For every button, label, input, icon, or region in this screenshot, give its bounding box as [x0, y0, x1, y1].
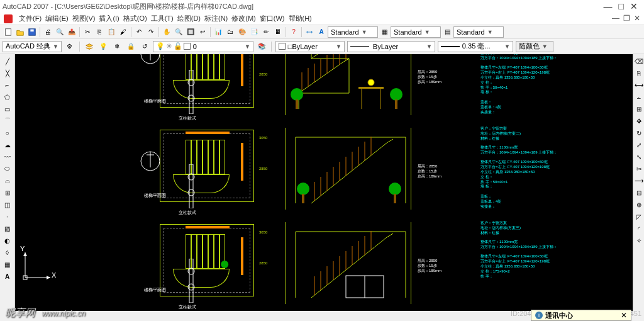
- menu-draw[interactable]: 绘图(D): [177, 14, 201, 23]
- point-tool[interactable]: ·: [0, 211, 14, 222]
- break-tool[interactable]: ⊟: [633, 187, 644, 198]
- publish-button[interactable]: 📤: [66, 26, 77, 38]
- color-select[interactable]: □ ByLayer ▼: [275, 41, 345, 52]
- polyline-tool[interactable]: ⌐: [0, 79, 14, 91]
- chamfer-tool[interactable]: ◸: [633, 211, 644, 222]
- sheet-set-button[interactable]: 📑: [248, 26, 260, 38]
- workspace-settings-button[interactable]: ⚙: [64, 41, 75, 52]
- doc-close-button[interactable]: ✕: [634, 14, 640, 23]
- text-style-select[interactable]: Standard▼: [391, 26, 441, 38]
- menu-view[interactable]: 视图(V): [72, 14, 96, 23]
- stretch-tool[interactable]: ⤡: [633, 151, 644, 162]
- insert-block-tool[interactable]: ⊞: [0, 187, 14, 198]
- dim-style-icon[interactable]: [304, 26, 315, 38]
- zoom-previous-button[interactable]: ↩: [197, 26, 208, 38]
- match-prop-button[interactable]: 🖌: [118, 26, 129, 38]
- notification-popup[interactable]: i 通讯中心 ✕: [531, 310, 631, 321]
- rectangle-tool[interactable]: ▭: [0, 103, 14, 115]
- line-tool[interactable]: ╱: [0, 55, 14, 67]
- revcloud-tool[interactable]: ☁: [0, 139, 14, 150]
- minimize-button[interactable]: —: [604, 1, 613, 11]
- table-style-select[interactable]: Standard▼: [453, 26, 504, 38]
- close-button[interactable]: ✕: [630, 1, 638, 11]
- offset-tool[interactable]: ⫠: [633, 91, 644, 103]
- svg-point-18: [368, 79, 374, 86]
- menu-dimension[interactable]: 标注(N): [204, 14, 228, 23]
- ellipse-tool[interactable]: ⬭: [0, 163, 14, 174]
- layer-lock-button[interactable]: 🔒: [125, 41, 136, 52]
- array-tool[interactable]: ⊞: [633, 103, 644, 115]
- drawing-canvas[interactable]: 楼梯平面图 立柱款式 3050 2850 层高：2850 步数：15步 步高：1…: [15, 54, 633, 311]
- layer-prev-button[interactable]: ↺: [139, 41, 150, 52]
- tool-palettes-button[interactable]: 🎨: [236, 26, 248, 38]
- zoom-window-button[interactable]: 🔲: [185, 26, 196, 38]
- scale-tool[interactable]: ⤢: [633, 139, 644, 150]
- model-space[interactable]: 楼梯平面图 立柱款式 3050 2850 层高：2850 步数：15步 步高：1…: [15, 54, 633, 311]
- copy-tool[interactable]: ⎘: [633, 67, 644, 79]
- pan-button[interactable]: ✋: [161, 26, 172, 38]
- extend-tool[interactable]: ⟶: [633, 175, 644, 186]
- circle-tool[interactable]: ○: [0, 127, 14, 138]
- move-tool[interactable]: ✥: [633, 115, 644, 127]
- table-style-icon2[interactable]: ▤: [441, 26, 453, 38]
- workspace-select[interactable]: AutoCAD 经典▼: [3, 41, 62, 52]
- dim-style-select[interactable]: Standard▼: [328, 26, 378, 38]
- arc-tool[interactable]: ⌒: [0, 115, 14, 127]
- gradient-tool[interactable]: ◐: [0, 235, 14, 246]
- lineweight-select[interactable]: 0.35 毫... ▼: [438, 41, 513, 52]
- calc-button[interactable]: 🖩: [272, 26, 284, 38]
- menu-help[interactable]: 帮助(H): [289, 14, 312, 23]
- hatch-tool[interactable]: ▨: [0, 223, 14, 234]
- menu-modify[interactable]: 修改(M): [231, 14, 256, 23]
- redo-button[interactable]: ↷: [145, 26, 157, 38]
- print-button[interactable]: 🖨: [42, 26, 53, 38]
- layer-states-button[interactable]: 📚: [256, 41, 267, 52]
- spline-tool[interactable]: 〰: [0, 151, 14, 162]
- markup-button[interactable]: ✏: [260, 26, 272, 38]
- cut-button[interactable]: ✂: [82, 26, 93, 38]
- plot-preview-button[interactable]: 🔍: [54, 26, 65, 38]
- explode-tool[interactable]: ✧: [633, 235, 644, 246]
- linetype-select[interactable]: ByLayer ▼: [347, 41, 435, 52]
- menu-edit[interactable]: 编辑(E): [45, 14, 69, 23]
- erase-tool[interactable]: ⌫: [633, 55, 644, 67]
- zoom-realtime-button[interactable]: 🔍: [173, 26, 184, 38]
- text-style-icon[interactable]: A: [316, 26, 327, 38]
- menu-format[interactable]: 格式(O): [123, 14, 147, 23]
- properties-button[interactable]: 📊: [213, 26, 224, 38]
- menu-file[interactable]: 文件(F): [19, 14, 42, 23]
- join-tool[interactable]: ⊕: [633, 199, 644, 210]
- xline-tool[interactable]: ╳: [0, 67, 14, 79]
- new-button[interactable]: [3, 26, 14, 38]
- paste-button[interactable]: 📋: [106, 26, 117, 38]
- undo-button[interactable]: ↶: [133, 26, 145, 38]
- table-tool[interactable]: ▦: [0, 259, 14, 270]
- mtext-tool[interactable]: A: [0, 271, 14, 282]
- trim-tool[interactable]: ✂: [633, 163, 644, 174]
- rotate-tool[interactable]: ↻: [633, 127, 644, 138]
- polygon-tool[interactable]: ⬠: [0, 91, 14, 103]
- layer-off-button[interactable]: 💡: [97, 41, 109, 52]
- doc-restore-button[interactable]: ❐: [623, 14, 630, 23]
- layer-props-button[interactable]: [84, 41, 95, 52]
- doc-minimize-button[interactable]: —: [612, 14, 619, 23]
- layer-freeze-button[interactable]: ❄: [111, 41, 123, 52]
- table-style-icon[interactable]: ▦: [379, 26, 390, 38]
- fillet-tool[interactable]: ◜: [633, 223, 644, 234]
- region-tool[interactable]: ◊: [0, 247, 14, 258]
- ellipse-arc-tool[interactable]: ⌓: [0, 175, 14, 186]
- make-block-tool[interactable]: ◫: [0, 199, 14, 210]
- design-center-button[interactable]: 🗂: [225, 26, 236, 38]
- menu-insert[interactable]: 插入(I): [99, 14, 119, 23]
- help-button[interactable]: ?: [288, 26, 299, 38]
- notif-close-button[interactable]: ✕: [621, 311, 627, 320]
- plotstyle-select[interactable]: 随颜色 ▼: [516, 41, 553, 52]
- copy-button[interactable]: ⎘: [94, 26, 105, 38]
- menu-window[interactable]: 窗口(W): [260, 14, 285, 23]
- mirror-tool[interactable]: ⟷: [633, 79, 644, 91]
- open-button[interactable]: [14, 26, 26, 38]
- maximize-button[interactable]: □: [619, 1, 624, 11]
- menu-tools[interactable]: 工具(T): [151, 14, 174, 23]
- layer-select[interactable]: 💡☀🔓 0 ▼: [153, 41, 253, 52]
- save-button[interactable]: [26, 26, 38, 38]
